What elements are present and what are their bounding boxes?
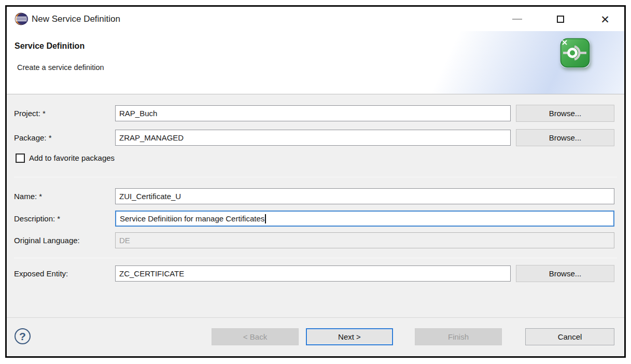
project-value: RAP_Buch bbox=[119, 109, 157, 118]
package-label: Package: * bbox=[14, 130, 52, 146]
package-browse-button[interactable]: Browse... bbox=[516, 129, 614, 146]
exposed-entity-browse-button[interactable]: Browse... bbox=[516, 265, 614, 282]
finish-button: Finish bbox=[415, 328, 502, 345]
favorite-packages-label: Add to favorite packages bbox=[29, 153, 115, 163]
next-button[interactable]: Next > bbox=[306, 328, 393, 345]
title-bar: New Service Definition ✕ bbox=[7, 7, 624, 31]
help-glyph: ? bbox=[19, 330, 26, 343]
minimize-button[interactable] bbox=[506, 8, 528, 31]
original-language-value: DE bbox=[119, 236, 130, 245]
separator bbox=[14, 177, 617, 177]
package-input[interactable]: ZRAP_MANAGED bbox=[115, 130, 511, 146]
text-cursor bbox=[265, 214, 266, 223]
finish-label: Finish bbox=[448, 332, 469, 341]
separator bbox=[14, 258, 617, 258]
minimize-icon bbox=[512, 19, 522, 20]
maximize-icon bbox=[557, 16, 564, 23]
project-input[interactable]: RAP_Buch bbox=[115, 105, 511, 121]
page-title: Service Definition bbox=[15, 41, 85, 51]
exposed-entity-input[interactable]: ZC_CERTIFICATE bbox=[115, 265, 511, 282]
description-input[interactable]: Service Definitiion for manage Certifica… bbox=[115, 211, 614, 227]
package-browse-label: Browse... bbox=[549, 133, 582, 142]
exposed-entity-label: Exposed Entity: bbox=[14, 265, 68, 282]
page-subtitle: Create a service definition bbox=[17, 63, 104, 72]
cancel-button[interactable]: Cancel bbox=[525, 328, 614, 345]
next-label: Next > bbox=[338, 332, 361, 341]
exposed-entity-value: ZC_CERTIFICATE bbox=[119, 269, 184, 278]
description-label: Description: * bbox=[14, 211, 60, 227]
back-button: < Back bbox=[212, 328, 299, 345]
back-label: < Back bbox=[243, 332, 267, 341]
package-value: ZRAP_MANAGED bbox=[119, 133, 184, 142]
original-language-input: DE bbox=[115, 232, 614, 248]
original-language-label: Original Language: bbox=[14, 232, 80, 248]
name-label: Name: * bbox=[14, 188, 42, 204]
new-service-definition-dialog: New Service Definition ✕ Service Definit… bbox=[5, 5, 626, 358]
exposed-entity-browse-label: Browse... bbox=[549, 269, 582, 278]
favorite-packages-checkbox[interactable] bbox=[16, 153, 25, 163]
close-icon: ✕ bbox=[600, 14, 610, 25]
project-browse-label: Browse... bbox=[549, 109, 582, 118]
maximize-button[interactable] bbox=[549, 8, 572, 31]
cancel-label: Cancel bbox=[558, 332, 582, 341]
wizard-banner: Service Definition Create a service defi… bbox=[7, 31, 624, 94]
project-browse-button[interactable]: Browse... bbox=[516, 105, 614, 122]
project-label: Project: * bbox=[14, 105, 46, 121]
window-title: New Service Definition bbox=[32, 7, 120, 31]
name-value: ZUI_Certificate_U bbox=[119, 192, 181, 201]
footer-separator bbox=[7, 317, 624, 318]
help-icon[interactable]: ? bbox=[15, 328, 31, 344]
close-button[interactable]: ✕ bbox=[594, 8, 616, 31]
name-input[interactable]: ZUI_Certificate_U bbox=[115, 188, 614, 204]
eclipse-logo-icon bbox=[14, 12, 28, 26]
service-definition-icon bbox=[560, 38, 590, 68]
description-value: Service Definitiion for manage Certifica… bbox=[120, 214, 264, 223]
